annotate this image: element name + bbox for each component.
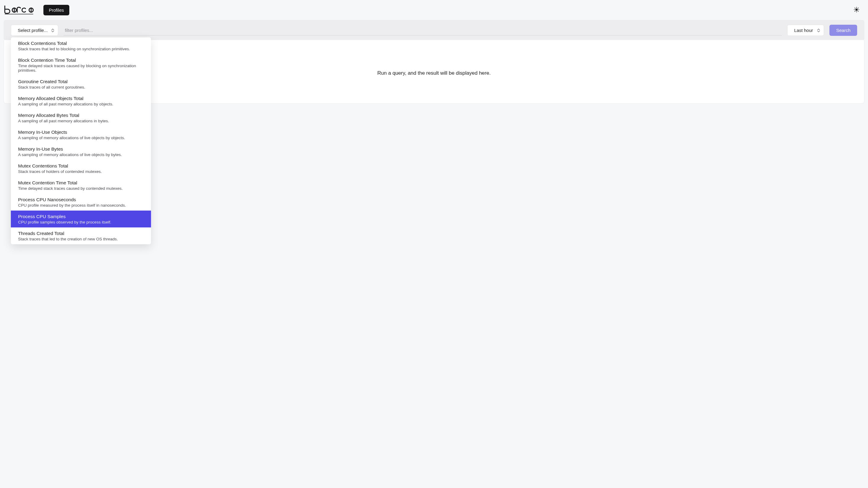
- svg-point-1: [855, 8, 858, 11]
- time-range-select[interactable]: Last hour: [787, 25, 824, 36]
- logo[interactable]: [4, 4, 36, 16]
- profile-option-desc: A sampling of all past memory allocation…: [18, 102, 144, 106]
- select-profile-label: Select profile...: [18, 28, 48, 33]
- profile-option-title: Block Contentions Total: [18, 41, 144, 46]
- profile-option-title: Goroutine Created Total: [18, 79, 144, 84]
- profile-option[interactable]: Memory Allocated Objects TotalA sampling…: [11, 93, 151, 107]
- profile-type-dropdown: Block Contentions TotalStack traces that…: [11, 37, 151, 107]
- profile-option[interactable]: Block Contention Time TotalTime delayed …: [11, 54, 151, 76]
- search-button[interactable]: Search: [830, 25, 857, 36]
- nav-tab-profiles[interactable]: Profiles: [43, 5, 69, 15]
- time-range-label: Last hour: [794, 28, 813, 33]
- chevron-updown-icon: [51, 29, 54, 32]
- filter-profiles-input[interactable]: [64, 25, 782, 36]
- chevron-updown-icon: [817, 29, 820, 32]
- profile-option[interactable]: Goroutine Created TotalStack traces of a…: [11, 76, 151, 93]
- sun-icon: [854, 7, 860, 13]
- empty-state-message: Run a query, and the result will be disp…: [377, 70, 491, 76]
- theme-toggle[interactable]: [852, 6, 861, 14]
- select-profile-dropdown[interactable]: Select profile...: [11, 25, 58, 36]
- svg-line-9: [858, 8, 858, 8]
- profile-option[interactable]: Block Contentions TotalStack traces that…: [11, 37, 151, 54]
- profile-option-title: Block Contention Time Total: [18, 58, 144, 63]
- svg-line-8: [855, 11, 855, 11]
- svg-line-7: [858, 11, 858, 11]
- profile-option-desc: Stack traces that led to blocking on syn…: [18, 47, 144, 51]
- profile-option-desc: Stack traces of all current goroutines.: [18, 85, 144, 90]
- topbar: Profiles: [0, 0, 868, 20]
- profile-option-title: Memory Allocated Objects Total: [18, 96, 144, 101]
- svg-line-6: [855, 8, 855, 8]
- profile-option-desc: Time delayed stack traces caused by bloc…: [18, 64, 144, 73]
